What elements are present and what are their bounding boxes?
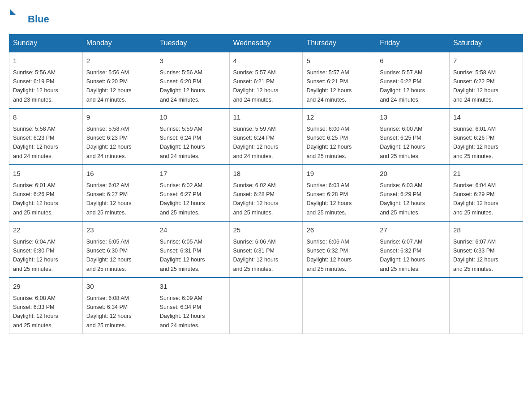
page-header: Blue: [9, 9, 523, 25]
day-info: Sunrise: 6:03 AMSunset: 6:28 PMDaylight:…: [306, 182, 352, 216]
calendar-cell: 13 Sunrise: 6:00 AMSunset: 6:25 PMDaylig…: [376, 108, 450, 165]
calendar-week-row: 8 Sunrise: 5:58 AMSunset: 6:23 PMDayligh…: [9, 108, 523, 165]
calendar-cell: 25 Sunrise: 6:06 AMSunset: 6:31 PMDaylig…: [229, 221, 303, 278]
calendar-cell: 21 Sunrise: 6:04 AMSunset: 6:29 PMDaylig…: [450, 165, 523, 221]
calendar-week-row: 29 Sunrise: 6:08 AMSunset: 6:33 PMDaylig…: [9, 278, 523, 334]
logo: Blue: [9, 9, 49, 25]
calendar-cell: 24 Sunrise: 6:05 AMSunset: 6:31 PMDaylig…: [156, 221, 229, 278]
day-number: 12: [306, 112, 372, 123]
day-info: Sunrise: 5:58 AMSunset: 6:23 PMDaylight:…: [13, 126, 58, 159]
day-number: 10: [160, 112, 226, 123]
calendar-week-row: 1 Sunrise: 5:56 AMSunset: 6:19 PMDayligh…: [9, 52, 523, 108]
calendar-cell: 26 Sunrise: 6:06 AMSunset: 6:32 PMDaylig…: [303, 221, 376, 278]
day-info: Sunrise: 5:56 AMSunset: 6:19 PMDaylight:…: [13, 69, 58, 103]
col-header-tuesday: Tuesday: [156, 34, 229, 52]
day-number: 30: [86, 282, 152, 292]
calendar-cell: 7 Sunrise: 5:58 AMSunset: 6:22 PMDayligh…: [450, 52, 523, 108]
day-number: 4: [233, 56, 299, 66]
col-header-monday: Monday: [82, 34, 156, 52]
day-info: Sunrise: 6:00 AMSunset: 6:25 PMDaylight:…: [306, 126, 352, 159]
day-info: Sunrise: 6:05 AMSunset: 6:30 PMDaylight:…: [86, 239, 132, 272]
calendar-cell: 20 Sunrise: 6:03 AMSunset: 6:29 PMDaylig…: [376, 165, 450, 221]
day-number: 5: [306, 56, 372, 66]
day-info: Sunrise: 5:57 AMSunset: 6:22 PMDaylight:…: [380, 69, 425, 103]
day-info: Sunrise: 6:04 AMSunset: 6:29 PMDaylight:…: [453, 182, 498, 216]
day-info: Sunrise: 6:08 AMSunset: 6:33 PMDaylight:…: [13, 295, 58, 329]
logo-subtitle: Blue: [28, 13, 49, 25]
day-number: 28: [453, 225, 519, 235]
day-info: Sunrise: 6:02 AMSunset: 6:28 PMDaylight:…: [233, 182, 279, 216]
day-info: Sunrise: 6:04 AMSunset: 6:30 PMDaylight:…: [13, 239, 58, 272]
calendar-cell: 12 Sunrise: 6:00 AMSunset: 6:25 PMDaylig…: [303, 108, 376, 165]
day-info: Sunrise: 6:02 AMSunset: 6:27 PMDaylight:…: [86, 182, 132, 216]
day-number: 27: [380, 225, 446, 235]
day-info: Sunrise: 6:08 AMSunset: 6:34 PMDaylight:…: [86, 295, 132, 329]
calendar-cell: 10 Sunrise: 5:59 AMSunset: 6:24 PMDaylig…: [156, 108, 229, 165]
calendar-cell: 9 Sunrise: 5:58 AMSunset: 6:23 PMDayligh…: [82, 108, 156, 165]
day-number: 20: [380, 169, 446, 179]
day-number: 18: [233, 169, 299, 179]
day-info: Sunrise: 5:57 AMSunset: 6:21 PMDaylight:…: [306, 69, 352, 103]
day-number: 29: [13, 282, 79, 292]
day-info: Sunrise: 6:03 AMSunset: 6:29 PMDaylight:…: [380, 182, 425, 216]
calendar-cell: 11 Sunrise: 5:59 AMSunset: 6:24 PMDaylig…: [229, 108, 303, 165]
day-number: 22: [13, 225, 79, 235]
col-header-saturday: Saturday: [450, 34, 523, 52]
calendar-cell: 29 Sunrise: 6:08 AMSunset: 6:33 PMDaylig…: [9, 278, 83, 334]
day-info: Sunrise: 6:07 AMSunset: 6:32 PMDaylight:…: [380, 239, 425, 272]
col-header-wednesday: Wednesday: [229, 34, 303, 52]
calendar-header-row: SundayMondayTuesdayWednesdayThursdayFrid…: [9, 34, 523, 52]
calendar-cell: 4 Sunrise: 5:57 AMSunset: 6:21 PMDayligh…: [229, 52, 303, 108]
calendar-cell: 14 Sunrise: 6:01 AMSunset: 6:26 PMDaylig…: [450, 108, 523, 165]
calendar-cell: 18 Sunrise: 6:02 AMSunset: 6:28 PMDaylig…: [229, 165, 303, 221]
day-info: Sunrise: 5:56 AMSunset: 6:20 PMDaylight:…: [160, 69, 205, 103]
day-number: 13: [380, 112, 446, 123]
calendar-cell: 1 Sunrise: 5:56 AMSunset: 6:19 PMDayligh…: [9, 52, 83, 108]
calendar-cell: 3 Sunrise: 5:56 AMSunset: 6:20 PMDayligh…: [156, 52, 229, 108]
day-number: 7: [453, 56, 519, 66]
col-header-thursday: Thursday: [303, 34, 376, 52]
day-info: Sunrise: 5:59 AMSunset: 6:24 PMDaylight:…: [160, 126, 205, 159]
day-number: 25: [233, 225, 299, 235]
col-header-sunday: Sunday: [9, 34, 83, 52]
day-number: 19: [306, 169, 372, 179]
day-info: Sunrise: 6:01 AMSunset: 6:26 PMDaylight:…: [13, 182, 58, 216]
day-info: Sunrise: 6:09 AMSunset: 6:34 PMDaylight:…: [160, 295, 205, 329]
calendar-cell: [450, 278, 523, 334]
day-info: Sunrise: 5:56 AMSunset: 6:20 PMDaylight:…: [86, 69, 132, 103]
calendar-cell: 31 Sunrise: 6:09 AMSunset: 6:34 PMDaylig…: [156, 278, 229, 334]
day-number: 6: [380, 56, 446, 66]
calendar-table: SundayMondayTuesdayWednesdayThursdayFrid…: [9, 34, 523, 334]
day-info: Sunrise: 5:58 AMSunset: 6:22 PMDaylight:…: [453, 69, 498, 103]
day-info: Sunrise: 5:59 AMSunset: 6:24 PMDaylight:…: [233, 126, 279, 159]
calendar-cell: 17 Sunrise: 6:02 AMSunset: 6:27 PMDaylig…: [156, 165, 229, 221]
col-header-friday: Friday: [376, 34, 450, 52]
day-number: 1: [13, 56, 79, 66]
day-number: 8: [13, 112, 79, 123]
calendar-cell: [376, 278, 450, 334]
logo-arrow-icon: [10, 9, 16, 15]
calendar-cell: 8 Sunrise: 5:58 AMSunset: 6:23 PMDayligh…: [9, 108, 83, 165]
day-number: 14: [453, 112, 519, 123]
day-number: 23: [86, 225, 152, 235]
calendar-cell: 22 Sunrise: 6:04 AMSunset: 6:30 PMDaylig…: [9, 221, 83, 278]
day-number: 16: [86, 169, 152, 179]
day-number: 31: [160, 282, 226, 292]
day-number: 11: [233, 112, 299, 123]
calendar-cell: 19 Sunrise: 6:03 AMSunset: 6:28 PMDaylig…: [303, 165, 376, 221]
day-number: 26: [306, 225, 372, 235]
calendar-week-row: 22 Sunrise: 6:04 AMSunset: 6:30 PMDaylig…: [9, 221, 523, 278]
day-info: Sunrise: 6:00 AMSunset: 6:25 PMDaylight:…: [380, 126, 425, 159]
calendar-cell: 27 Sunrise: 6:07 AMSunset: 6:32 PMDaylig…: [376, 221, 450, 278]
calendar-cell: 2 Sunrise: 5:56 AMSunset: 6:20 PMDayligh…: [82, 52, 156, 108]
calendar-cell: [229, 278, 303, 334]
calendar-cell: 30 Sunrise: 6:08 AMSunset: 6:34 PMDaylig…: [82, 278, 156, 334]
day-number: 15: [13, 169, 79, 179]
day-info: Sunrise: 5:58 AMSunset: 6:23 PMDaylight:…: [86, 126, 132, 159]
day-info: Sunrise: 6:02 AMSunset: 6:27 PMDaylight:…: [160, 182, 205, 216]
day-number: 24: [160, 225, 226, 235]
day-info: Sunrise: 6:06 AMSunset: 6:31 PMDaylight:…: [233, 239, 279, 272]
calendar-week-row: 15 Sunrise: 6:01 AMSunset: 6:26 PMDaylig…: [9, 165, 523, 221]
day-number: 3: [160, 56, 226, 66]
calendar-cell: [303, 278, 376, 334]
